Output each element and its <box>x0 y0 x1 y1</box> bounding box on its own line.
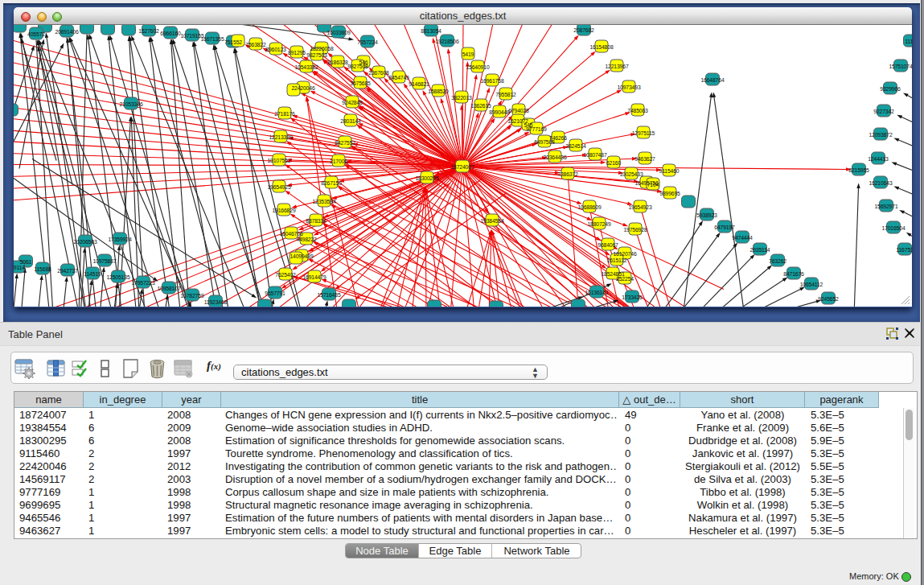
svg-text:1615112: 1615112 <box>607 257 627 263</box>
svg-text:10107552: 10107552 <box>267 158 290 163</box>
svg-text:405572: 405572 <box>27 31 45 37</box>
svg-text:10807487: 10807487 <box>583 152 606 158</box>
svg-text:16046706: 16046706 <box>279 231 302 237</box>
svg-text:12975115: 12975115 <box>632 130 655 136</box>
svg-text:1117: 1117 <box>905 39 912 44</box>
svg-text:891295: 891295 <box>288 50 306 56</box>
svg-text:10654112: 10654112 <box>800 282 823 287</box>
svg-text:17016504: 17016504 <box>881 225 905 231</box>
svg-text:7955812: 7955812 <box>495 92 516 97</box>
svg-text:9777169: 9777169 <box>526 126 547 132</box>
svg-text:9242848: 9242848 <box>342 100 363 105</box>
svg-text:8186328: 8186328 <box>327 60 348 65</box>
svg-text:19654923: 19654923 <box>628 204 651 210</box>
svg-text:7563822: 7563822 <box>245 42 266 47</box>
svg-text:2935114: 2935114 <box>750 247 770 253</box>
svg-text:7357224: 7357224 <box>357 39 378 45</box>
svg-text:18300295: 18300295 <box>415 175 438 181</box>
svg-text:7386372: 7386372 <box>557 171 578 177</box>
svg-text:6794028: 6794028 <box>508 108 529 113</box>
svg-text:16033809: 16033809 <box>326 30 350 35</box>
svg-text:1588520: 1588520 <box>428 89 449 94</box>
svg-text:8813054: 8813054 <box>421 28 441 34</box>
svg-text:19218506: 19218506 <box>435 39 458 44</box>
svg-text:8471676: 8471676 <box>783 271 804 277</box>
svg-text:9115460: 9115460 <box>659 168 680 174</box>
svg-text:20206503: 20206503 <box>73 239 97 245</box>
svg-text:12093872: 12093872 <box>869 132 892 138</box>
svg-text:15640910: 15640910 <box>466 64 489 70</box>
svg-text:9827503: 9827503 <box>306 52 327 58</box>
svg-text:16136141: 16136141 <box>585 290 608 295</box>
svg-text:114519: 114519 <box>84 271 101 277</box>
svg-text:4498222: 4498222 <box>296 237 317 242</box>
svg-text:19756928: 19756928 <box>623 227 647 233</box>
svg-text:18724007: 18724007 <box>450 164 474 170</box>
svg-text:19654925: 19654925 <box>267 184 290 190</box>
svg-text:10958107: 10958107 <box>157 286 180 291</box>
svg-text:21053346: 21053346 <box>119 101 142 107</box>
svg-text:16782759: 16782759 <box>180 293 203 299</box>
svg-text:62160: 62160 <box>606 160 622 166</box>
svg-text:5938923: 5938923 <box>696 212 717 218</box>
svg-text:19166829: 19166829 <box>272 208 295 213</box>
svg-text:12353594: 12353594 <box>312 199 335 204</box>
svg-text:5061: 5061 <box>20 259 32 265</box>
svg-text:9245652: 9245652 <box>818 296 839 302</box>
svg-text:2087682: 2087682 <box>573 27 594 33</box>
svg-text:8990448: 8990448 <box>489 109 510 115</box>
svg-text:2803144: 2803144 <box>340 118 361 124</box>
svg-text:39114: 39114 <box>14 265 25 270</box>
svg-text:5419: 5419 <box>462 51 474 57</box>
svg-text:3822013: 3822013 <box>451 95 472 101</box>
svg-text:16154808: 16154808 <box>589 44 613 50</box>
svg-text:18807249: 18807249 <box>587 221 610 227</box>
svg-text:9474444: 9474444 <box>732 235 753 241</box>
svg-text:20364436: 20364436 <box>543 154 566 160</box>
svg-text:11923468: 11923468 <box>204 299 228 305</box>
svg-text:16120746: 16120746 <box>613 251 636 257</box>
svg-text:751552: 751552 <box>224 39 242 45</box>
svg-text:20691406: 20691406 <box>55 29 78 35</box>
svg-text:1527602: 1527602 <box>138 28 159 34</box>
svg-text:15716485: 15716485 <box>317 292 340 298</box>
svg-text:6966160: 6966160 <box>160 31 181 36</box>
svg-text:18226058: 18226058 <box>310 46 333 51</box>
svg-text:14099489: 14099489 <box>290 253 313 259</box>
svg-text:9146821: 9146821 <box>409 81 429 87</box>
svg-text:15751074: 15751074 <box>889 64 912 69</box>
svg-text:217006: 217006 <box>330 159 347 164</box>
svg-text:22420046: 22420046 <box>291 85 314 91</box>
svg-text:16914479: 16914479 <box>302 274 326 280</box>
svg-text:9899695: 9899695 <box>659 191 680 196</box>
svg-text:2367608: 2367608 <box>368 70 389 76</box>
svg-text:8427552: 8427552 <box>335 140 355 146</box>
svg-text:16671355: 16671355 <box>200 36 224 42</box>
svg-text:252254: 252254 <box>616 276 634 282</box>
svg-text:7625402: 7625402 <box>275 272 296 278</box>
svg-text:8215955: 8215955 <box>848 167 869 173</box>
svg-text:16648764: 16648764 <box>700 77 724 83</box>
svg-text:9657791: 9657791 <box>265 290 285 296</box>
svg-text:8267150: 8267150 <box>321 180 342 186</box>
svg-text:3824514: 3824514 <box>565 143 586 149</box>
svg-text:115688: 115688 <box>34 266 51 272</box>
svg-text:17359924: 17359924 <box>108 237 131 242</box>
svg-text:15692971: 15692971 <box>874 204 897 209</box>
svg-text:10025433: 10025433 <box>619 171 643 177</box>
svg-text:2942737: 2942737 <box>57 268 78 274</box>
svg-text:16961758: 16961758 <box>480 78 503 84</box>
svg-text:6497568: 6497568 <box>534 139 555 145</box>
svg-text:8960123: 8960123 <box>265 47 286 52</box>
svg-text:3675685: 3675685 <box>350 80 371 86</box>
svg-text:10975887: 10975887 <box>92 258 116 264</box>
svg-text:10688609: 10688609 <box>577 204 601 210</box>
svg-text:12213967: 12213967 <box>605 64 628 69</box>
svg-text:763262: 763262 <box>769 258 786 264</box>
svg-text:6479197: 6479197 <box>714 225 735 230</box>
svg-text:9827508: 9827508 <box>347 64 368 69</box>
svg-text:1244413: 1244413 <box>868 156 889 162</box>
svg-text:9463627: 9463627 <box>634 156 655 162</box>
svg-text:17957223: 17957223 <box>131 280 154 286</box>
svg-text:10543382: 10543382 <box>294 64 318 70</box>
